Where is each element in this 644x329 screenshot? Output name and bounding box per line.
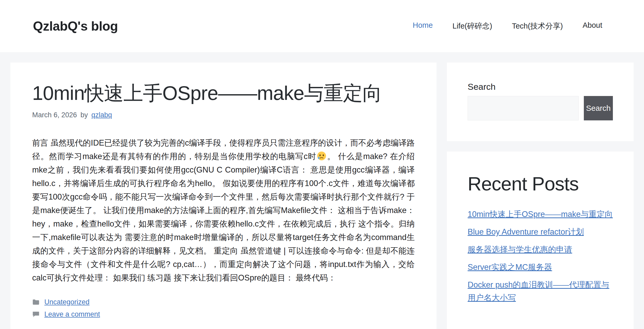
recent-posts-heading: Recent Posts	[468, 173, 613, 195]
comment-icon	[32, 311, 40, 318]
category-link[interactable]: Uncategorized	[44, 298, 89, 306]
post-meta: March 6, 2026 by qzlabq	[32, 111, 415, 119]
post-card: 10min快速上手OSpre——make与重定向 March 6, 2026 b…	[10, 63, 437, 329]
post-body-text-2: 。 什么是make? 在介绍mke之前，我们先来看看我们要如何使用gcc(GNU…	[32, 152, 415, 282]
site-title-link[interactable]: QzlabQ's blog	[33, 19, 118, 34]
comment-row: Leave a comment	[32, 310, 415, 318]
post-title: 10min快速上手OSpre——make与重定向	[32, 81, 415, 105]
recent-post-link-3[interactable]: 服务器选择与学生优惠的申请	[468, 245, 572, 254]
post-by-label: by	[80, 111, 88, 119]
nav-item-home[interactable]: Home	[413, 21, 433, 31]
recent-post-link-2[interactable]: Blue Boy Adventure refactor计划	[468, 227, 584, 236]
list-item: Docker push的血泪教训——代理配置与用户名大小写	[468, 278, 613, 304]
post-author-link[interactable]: qzlabq	[91, 111, 112, 119]
nav-item-about[interactable]: About	[583, 21, 602, 31]
content-area: 10min快速上手OSpre——make与重定向 March 6, 2026 b…	[0, 52, 644, 329]
nav-item-tech[interactable]: Tech(技术分享)	[512, 21, 563, 31]
folder-icon	[32, 298, 40, 306]
search-widget: Search Search	[447, 63, 634, 141]
search-button[interactable]: Search	[584, 96, 613, 120]
list-item: 服务器选择与学生优惠的申请	[468, 243, 613, 256]
search-row: Search	[468, 96, 613, 120]
blog-page: QzlabQ's blog Home Life(碎碎念) Tech(技术分享) …	[0, 0, 644, 329]
recent-posts-list: 10min快速上手OSpre——make与重定向 Blue Boy Advent…	[468, 208, 613, 304]
sidebar: Search Search Recent Posts 10min快速上手OSpr…	[447, 63, 634, 329]
recent-post-link-1[interactable]: 10min快速上手OSpre——make与重定向	[468, 210, 613, 219]
site-header: QzlabQ's blog Home Life(碎碎念) Tech(技术分享) …	[0, 0, 644, 52]
search-input[interactable]	[468, 96, 579, 120]
post-footer: Uncategorized Leave a comment	[32, 298, 415, 318]
recent-post-link-4[interactable]: Server实践之MC服务器	[468, 263, 552, 272]
search-label: Search	[468, 82, 613, 92]
leave-comment-link[interactable]: Leave a comment	[44, 310, 100, 318]
list-item: Blue Boy Adventure refactor计划	[468, 225, 613, 238]
main-nav: Home Life(碎碎念) Tech(技术分享) About	[413, 21, 602, 31]
category-row: Uncategorized	[32, 298, 415, 306]
crying-face-emoji	[317, 151, 326, 161]
list-item: 10min快速上手OSpre——make与重定向	[468, 208, 613, 221]
recent-posts-widget: Recent Posts 10min快速上手OSpre——make与重定向 Bl…	[447, 152, 634, 329]
recent-post-link-5[interactable]: Docker push的血泪教训——代理配置与用户名大小写	[468, 280, 609, 302]
post-date: March 6, 2026	[32, 111, 77, 119]
post-body: 前言 虽然现代的IDE已经提供了较为完善的c编译手段，使得程序员只需注意程序的设…	[32, 136, 415, 285]
list-item: Server实践之MC服务器	[468, 261, 613, 274]
nav-item-life[interactable]: Life(碎碎念)	[453, 21, 492, 31]
